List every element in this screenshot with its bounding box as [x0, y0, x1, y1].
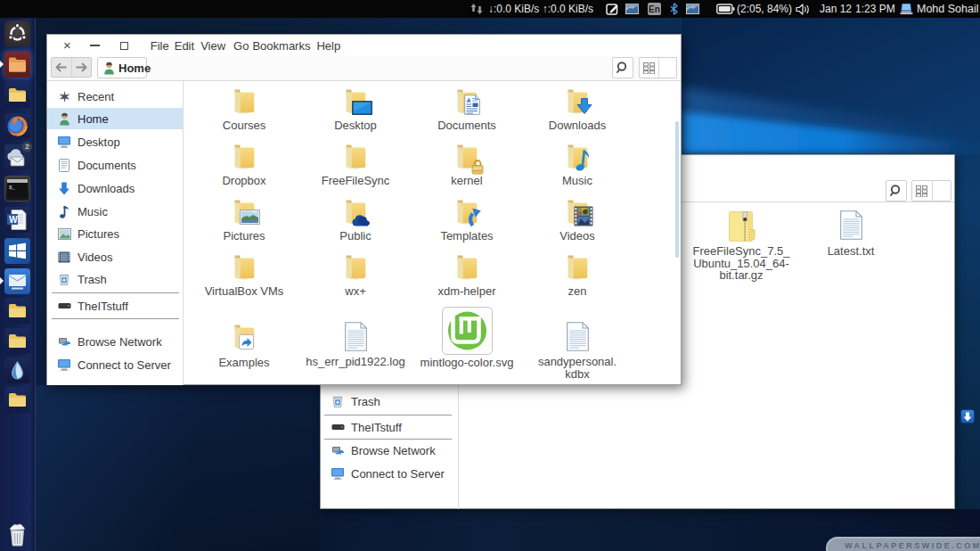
svg-text:$_: $_: [9, 185, 16, 191]
svg-text:W: W: [9, 215, 18, 225]
